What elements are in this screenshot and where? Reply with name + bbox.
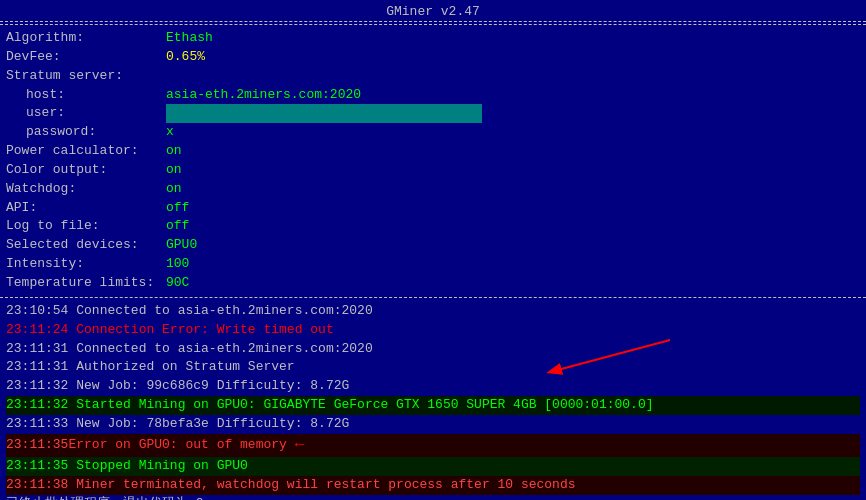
log-row-4: 23:11:32 New Job: 99c686c9 Difficulty: 8… xyxy=(6,377,860,396)
log-time-1: 23:11:24 xyxy=(6,322,68,337)
log-row-7: 23:11:35 Error on GPU0: out of memory ← xyxy=(6,434,860,457)
algorithm-value: Ethash xyxy=(166,29,213,48)
log-row-6: 23:11:33 New Job: 78befa3e Difficulty: 8… xyxy=(6,415,860,434)
temp-value: 90C xyxy=(166,274,189,293)
terminal-window: GMiner v2.47 Algorithm: Ethash DevFee: 0… xyxy=(0,0,866,500)
log-row-1: 23:11:24 Connection Error: Write timed o… xyxy=(6,321,860,340)
devices-row: Selected devices: GPU0 xyxy=(6,236,860,255)
temp-row: Temperature limits: 90C xyxy=(6,274,860,293)
color-row: Color output: on xyxy=(6,161,860,180)
log-text-8: Stopped Mining on GPU0 xyxy=(76,458,248,473)
algorithm-row: Algorithm: Ethash xyxy=(6,29,860,48)
api-label: API: xyxy=(6,199,166,218)
log-text-5: Started Mining on GPU0: GIGABYTE GeForce… xyxy=(76,397,653,412)
top-divider xyxy=(0,24,866,25)
log-text-3: Authorized on Stratum Server xyxy=(76,359,294,374)
user-value xyxy=(166,104,482,123)
log-text-0: Connected to asia-eth.2miners.com:2020 xyxy=(76,303,372,318)
log-value: off xyxy=(166,217,189,236)
power-value: on xyxy=(166,142,182,161)
log-time-7: 23:11:35 xyxy=(6,436,68,455)
middle-divider xyxy=(0,297,866,298)
api-value: off xyxy=(166,199,189,218)
log-text-10: 已终止批处理程序，退出代码为 0。 xyxy=(6,496,217,500)
temp-label: Temperature limits: xyxy=(6,274,166,293)
log-row: Log to file: off xyxy=(6,217,860,236)
devices-label: Selected devices: xyxy=(6,236,166,255)
devices-value: GPU0 xyxy=(166,236,197,255)
log-row-3: 23:11:31 Authorized on Stratum Server xyxy=(6,358,860,377)
user-row: user: xyxy=(6,104,860,123)
log-time-4: 23:11:32 xyxy=(6,378,68,393)
app-title: GMiner v2.47 xyxy=(386,4,480,19)
log-label: Log to file: xyxy=(6,217,166,236)
password-label: password: xyxy=(6,123,166,142)
log-time-3: 23:11:31 xyxy=(6,359,68,374)
log-row-0: 23:10:54 Connected to asia-eth.2miners.c… xyxy=(6,302,860,321)
color-value: on xyxy=(166,161,182,180)
api-row: API: off xyxy=(6,199,860,218)
log-time-9: 23:11:38 xyxy=(6,477,68,492)
log-time-2: 23:11:31 xyxy=(6,341,68,356)
devfee-label: DevFee: xyxy=(6,48,166,67)
algorithm-label: Algorithm: xyxy=(6,29,166,48)
log-row-8: 23:11:35 Stopped Mining on GPU0 xyxy=(6,457,860,476)
config-section: Algorithm: Ethash DevFee: 0.65% Stratum … xyxy=(0,27,866,295)
host-label: host: xyxy=(6,86,166,105)
log-time-8: 23:11:35 xyxy=(6,458,68,473)
color-label: Color output: xyxy=(6,161,166,180)
arrow-indicator: ← xyxy=(295,434,305,457)
log-text-7: Error on GPU0: out of memory xyxy=(68,436,286,455)
log-row-9: 23:11:38 Miner terminated, watchdog will… xyxy=(6,476,860,495)
log-time-5: 23:11:32 xyxy=(6,397,68,412)
log-text-2: Connected to asia-eth.2miners.com:2020 xyxy=(76,341,372,356)
password-value: x xyxy=(166,123,174,142)
host-value: asia-eth.2miners.com:2020 xyxy=(166,86,361,105)
stratum-row: Stratum server: xyxy=(6,67,860,86)
title-bar: GMiner v2.47 xyxy=(0,0,866,22)
log-text-4: New Job: 99c686c9 Difficulty: 8.72G xyxy=(76,378,349,393)
watchdog-row: Watchdog: on xyxy=(6,180,860,199)
devfee-value: 0.65% xyxy=(166,48,205,67)
watchdog-value: on xyxy=(166,180,182,199)
user-label: user: xyxy=(6,104,166,123)
log-text-6: New Job: 78befa3e Difficulty: 8.72G xyxy=(76,416,349,431)
log-row-2: 23:11:31 Connected to asia-eth.2miners.c… xyxy=(6,340,860,359)
intensity-value: 100 xyxy=(166,255,189,274)
log-text-9: Miner terminated, watchdog will restart … xyxy=(76,477,575,492)
log-row-5: 23:11:32 Started Mining on GPU0: GIGABYT… xyxy=(6,396,860,415)
log-time-0: 23:10:54 xyxy=(6,303,68,318)
log-row-10: 已终止批处理程序，退出代码为 0。 xyxy=(6,495,860,500)
log-text-1: Connection Error: Write timed out xyxy=(76,322,333,337)
log-time-6: 23:11:33 xyxy=(6,416,68,431)
devfee-row: DevFee: 0.65% xyxy=(6,48,860,67)
password-row: password: x xyxy=(6,123,860,142)
watchdog-label: Watchdog: xyxy=(6,180,166,199)
stratum-label: Stratum server: xyxy=(6,67,166,86)
log-section: 23:10:54 Connected to asia-eth.2miners.c… xyxy=(0,300,866,500)
intensity-label: Intensity: xyxy=(6,255,166,274)
power-row: Power calculator: on xyxy=(6,142,860,161)
host-row: host: asia-eth.2miners.com:2020 xyxy=(6,86,860,105)
power-label: Power calculator: xyxy=(6,142,166,161)
intensity-row: Intensity: 100 xyxy=(6,255,860,274)
